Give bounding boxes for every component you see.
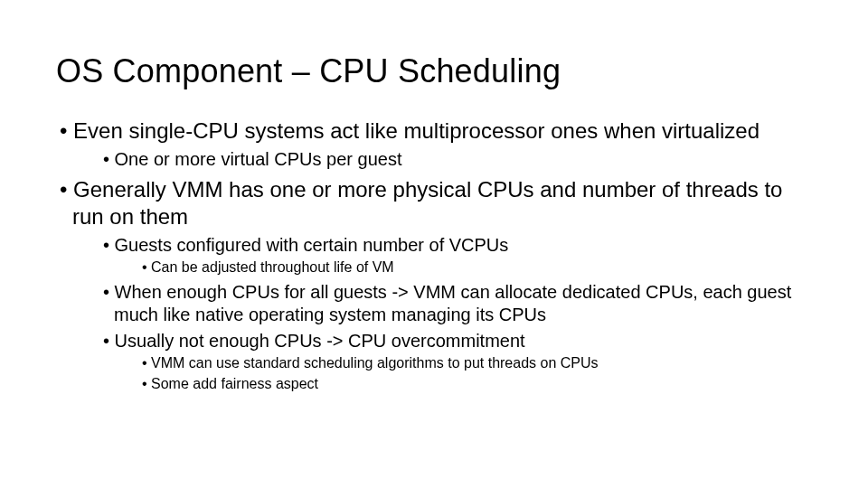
- list-item: Guests configured with certain number of…: [99, 234, 812, 277]
- bullet-list: One or more virtual CPUs per guest: [99, 148, 812, 171]
- slide: OS Component – CPU Scheduling Even singl…: [0, 0, 868, 393]
- bullet-list: Even single-CPU systems act like multipr…: [56, 117, 812, 393]
- list-item: Can be adjusted throughout life of VM: [139, 258, 812, 277]
- list-item: Generally VMM has one or more physical C…: [56, 176, 812, 393]
- list-item: Usually not enough CPUs -> CPU overcommi…: [99, 330, 812, 394]
- list-item: VMM can use standard scheduling algorith…: [139, 354, 812, 373]
- bullet-text: Some add fairness aspect: [151, 376, 318, 391]
- bullet-text: Generally VMM has one or more physical C…: [72, 177, 782, 229]
- bullet-list: VMM can use standard scheduling algorith…: [139, 354, 812, 394]
- list-item: One or more virtual CPUs per guest: [99, 148, 812, 171]
- list-item: When enough CPUs for all guests -> VMM c…: [99, 281, 812, 326]
- bullet-list: Can be adjusted throughout life of VM: [139, 258, 812, 277]
- list-item: Even single-CPU systems act like multipr…: [56, 117, 812, 171]
- bullet-text: Usually not enough CPUs -> CPU overcommi…: [115, 331, 525, 351]
- list-item: Some add fairness aspect: [139, 375, 812, 394]
- bullet-text: One or more virtual CPUs per guest: [115, 149, 402, 169]
- bullet-text: Can be adjusted throughout life of VM: [151, 259, 394, 275]
- bullet-text: Even single-CPU systems act like multipr…: [73, 118, 760, 143]
- bullet-list: Guests configured with certain number of…: [99, 234, 812, 393]
- bullet-text: Guests configured with certain number of…: [115, 235, 509, 255]
- bullet-text: When enough CPUs for all guests -> VMM c…: [114, 282, 791, 324]
- slide-title: OS Component – CPU Scheduling: [56, 52, 812, 90]
- bullet-text: VMM can use standard scheduling algorith…: [151, 355, 598, 371]
